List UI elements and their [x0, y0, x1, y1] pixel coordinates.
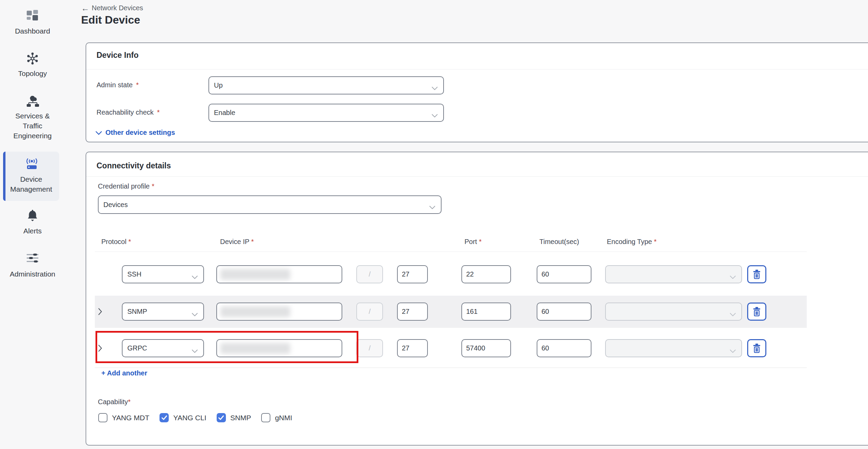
- sidebar-item-label: Dashboard: [0, 26, 65, 36]
- sidebar-item-alerts[interactable]: Alerts: [0, 209, 65, 236]
- delete-row-button[interactable]: [747, 303, 766, 321]
- sidebar-item-label: Administration: [0, 269, 65, 279]
- timeout-input[interactable]: [537, 339, 591, 357]
- reachability-check-select[interactable]: Enable: [208, 104, 444, 122]
- port-input[interactable]: [461, 265, 511, 283]
- timeout-column-header: Timeout(sec): [539, 238, 579, 246]
- device-ip-column-header: Device IP *: [220, 238, 254, 246]
- administration-icon: [26, 253, 39, 266]
- port-column-header: Port *: [464, 238, 482, 246]
- required-marker: *: [136, 81, 139, 89]
- checkbox-label: YANG CLI: [173, 414, 206, 422]
- sidebar-item-administration[interactable]: Administration: [0, 253, 65, 279]
- chevron-down-icon: [192, 310, 198, 318]
- blurred-ip-value: [220, 269, 290, 280]
- table-row-ssh: SSH /: [95, 252, 807, 296]
- add-another-link[interactable]: + Add another: [101, 369, 147, 377]
- chevron-down-icon: [730, 273, 736, 281]
- encoding-type-select: [605, 265, 742, 283]
- connectivity-details-title: Connectivity details: [97, 161, 171, 170]
- admin-state-select[interactable]: Up: [208, 76, 444, 94]
- divider: [86, 176, 868, 177]
- port-input[interactable]: [461, 339, 511, 357]
- protocol-select[interactable]: GRPC: [122, 339, 204, 357]
- checkbox-label: gNMI: [275, 414, 292, 422]
- sidebar-item-label: Topology: [0, 68, 65, 78]
- timeout-input[interactable]: [537, 265, 591, 283]
- topology-icon: [26, 52, 39, 65]
- chevron-down-icon: [95, 129, 102, 137]
- blurred-ip-value: [220, 306, 290, 317]
- chevron-down-icon: [192, 273, 198, 281]
- device-ip-input[interactable]: [216, 339, 342, 357]
- protocol-select[interactable]: SSH: [122, 265, 204, 283]
- capability-checkbox-yang-mdt[interactable]: YANG MDT: [98, 413, 149, 422]
- required-marker: *: [128, 398, 131, 406]
- credential-profile-label: Credential profile*: [98, 182, 154, 190]
- checkbox-icon[interactable]: [261, 413, 270, 422]
- expander-label: Other device settings: [105, 129, 175, 137]
- prefix-length-input[interactable]: [397, 265, 428, 283]
- prefix-length-input[interactable]: [397, 339, 428, 357]
- capability-checkbox-group: YANG MDT YANG CLI SNMP gNMI: [98, 413, 292, 422]
- encoding-type-select: [605, 339, 742, 357]
- capability-checkbox-snmp[interactable]: SNMP: [217, 413, 251, 422]
- connectivity-details-card: Connectivity details Credential profile*…: [86, 152, 868, 446]
- protocols-table: Protocol * Device IP * Port * Timeout(se…: [98, 238, 803, 372]
- sidebar-item-label: Services & Traffic Engineering: [0, 111, 65, 141]
- delete-row-button[interactable]: [747, 265, 766, 283]
- protocol-select[interactable]: SNMP: [122, 303, 204, 321]
- alerts-icon: [26, 209, 39, 222]
- chevron-down-icon: [192, 347, 198, 355]
- admin-state-label: Admin state*: [97, 81, 139, 89]
- port-input[interactable]: [461, 303, 511, 321]
- reachability-check-label: Reachability check*: [97, 108, 160, 116]
- selected-indicator-bar: [3, 152, 5, 201]
- chevron-down-icon: [432, 111, 438, 119]
- capability-checkbox-yang-cli[interactable]: YANG CLI: [159, 413, 206, 422]
- sidebar: Dashboard Topology: [0, 0, 65, 449]
- sidebar-item-services-traffic-engineering[interactable]: Services & Traffic Engineering: [0, 94, 65, 141]
- back-arrow-icon: ←: [81, 5, 89, 12]
- encoding-type-column-header: Encoding Type *: [607, 238, 656, 246]
- slash-separator-field: /: [356, 339, 383, 357]
- sidebar-item-label: Alerts: [0, 226, 65, 236]
- chevron-down-icon: [730, 347, 736, 355]
- slash-separator-field: /: [356, 265, 383, 283]
- capability-checkbox-gnmi[interactable]: gNMI: [261, 413, 292, 422]
- checkbox-label: SNMP: [230, 414, 251, 422]
- credential-profile-select[interactable]: Devices: [98, 195, 442, 214]
- prefix-length-input[interactable]: [397, 303, 428, 321]
- expand-row-chevron-icon[interactable]: [95, 303, 104, 321]
- trash-icon: [752, 269, 761, 279]
- admin-state-value: Up: [214, 81, 223, 89]
- sidebar-item-topology[interactable]: Topology: [0, 52, 65, 78]
- divider: [86, 69, 868, 69]
- timeout-input[interactable]: [537, 303, 591, 321]
- device-ip-input[interactable]: [216, 265, 342, 283]
- back-link-label: Network Devices: [92, 4, 143, 12]
- checkbox-icon[interactable]: [217, 413, 226, 422]
- device-info-card: Device Info Admin state* Up Reachability…: [86, 42, 868, 142]
- page-title: Edit Device: [81, 14, 140, 26]
- divider: [95, 368, 807, 368]
- checkbox-icon[interactable]: [159, 413, 169, 422]
- table-row-grpc: GRPC /: [95, 328, 807, 368]
- required-marker: *: [157, 108, 160, 116]
- delete-row-button[interactable]: [747, 339, 766, 357]
- dashboard-icon: [26, 10, 39, 23]
- chevron-down-icon: [429, 203, 435, 211]
- back-to-network-devices-link[interactable]: ← Network Devices: [81, 4, 143, 12]
- sidebar-item-dashboard[interactable]: Dashboard: [0, 10, 65, 36]
- chevron-down-icon: [730, 310, 736, 318]
- device-ip-input[interactable]: [216, 303, 342, 321]
- trash-icon: [752, 343, 761, 353]
- credential-profile-value: Devices: [103, 201, 128, 209]
- other-device-settings-expander[interactable]: Other device settings: [95, 129, 175, 137]
- encoding-type-select: [605, 303, 742, 321]
- expand-row-chevron-icon[interactable]: [95, 339, 104, 357]
- sidebar-item-label: Device Management: [3, 174, 59, 194]
- chevron-down-icon: [432, 84, 438, 92]
- sidebar-item-device-management[interactable]: Device Management: [3, 152, 59, 201]
- checkbox-icon[interactable]: [98, 413, 107, 422]
